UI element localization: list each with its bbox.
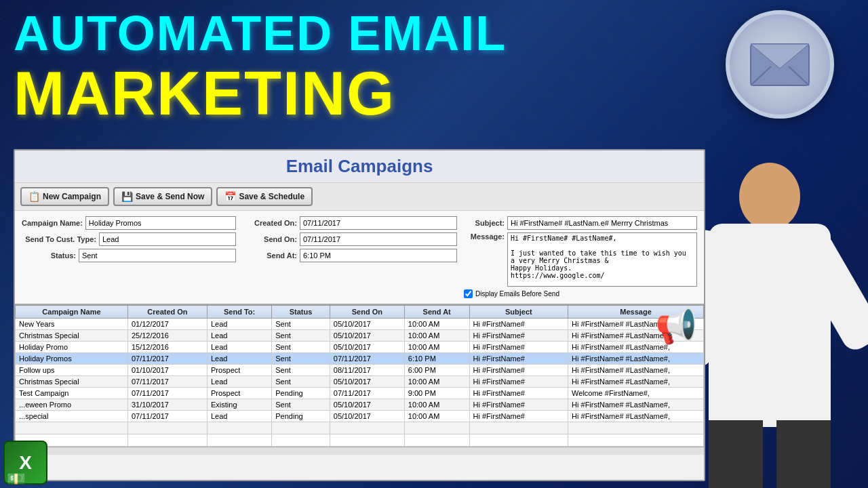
table-cell: 05/10/2017 — [330, 376, 404, 388]
display-emails-row: Display Emails Before Send — [464, 289, 697, 298]
message-textarea[interactable] — [507, 232, 697, 287]
send-on-row: Send On: — [243, 232, 457, 246]
table-cell: Hi #FirstName# #LastName#, — [568, 353, 704, 365]
campaigns-table: Campaign Name Created On Send To: Status… — [15, 305, 704, 447]
spreadsheet-container: Email Campaigns 📢 📋 New Campaign 💾 Save … — [14, 149, 705, 481]
table-cell: Hi #FirstName# — [469, 319, 568, 330]
table-row[interactable]: ...eween Promo31/10/2017ExistingSent05/1… — [16, 399, 704, 411]
col-send-on: Send On — [330, 306, 404, 319]
email-icon — [749, 43, 810, 87]
form-col1: Campaign Name: Send To Cust. Type: Statu… — [22, 216, 236, 262]
table-cell: New Years — [16, 319, 128, 330]
table-cell: Christmas Special — [16, 330, 128, 342]
table-cell: 05/10/2017 — [330, 399, 404, 411]
table-row[interactable]: Christmas Special25/12/2016LeadSent05/10… — [16, 330, 704, 342]
table-cell: Hi #FirstName# — [469, 342, 568, 353]
toolbar: 📋 New Campaign 💾 Save & Send Now 📅 Save … — [15, 183, 704, 211]
table-cell: Hi #FirstName# #LastName#, — [568, 376, 704, 388]
table-cell: 31/10/2017 — [127, 399, 207, 411]
send-at-label: Send At: — [243, 251, 297, 260]
table-row[interactable]: ...special07/11/2017LeadPending05/10/201… — [16, 411, 704, 422]
campaign-name-row: Campaign Name: — [22, 216, 236, 230]
created-on-input[interactable] — [300, 216, 457, 230]
horizontal-scrollbar[interactable] — [15, 447, 704, 455]
table-cell: 05/10/2017 — [330, 319, 404, 330]
person-area — [682, 142, 858, 488]
campaigns-table-container[interactable]: Campaign Name Created On Send To: Status… — [15, 305, 704, 447]
display-emails-checkbox[interactable] — [464, 289, 473, 298]
table-cell: Lead — [207, 376, 271, 388]
table-cell: Hi #FirstName# — [469, 353, 568, 365]
col-campaign-name: Campaign Name — [16, 306, 128, 319]
table-cell: 10:00 AM — [404, 376, 469, 388]
save-schedule-icon: 📅 — [224, 191, 236, 202]
table-row[interactable]: Holiday Promos07/11/2017LeadSent07/11/20… — [16, 353, 704, 365]
col-status: Status — [272, 306, 330, 319]
table-cell: Lead — [207, 411, 271, 422]
table-cell: 6:00 PM — [404, 365, 469, 376]
table-cell: Christmas Special — [16, 376, 128, 388]
table-row[interactable]: New Years01/12/2017LeadSent05/10/201710:… — [16, 319, 704, 330]
table-cell: ...special — [16, 411, 128, 422]
status-input[interactable] — [79, 249, 236, 262]
table-row[interactable]: Holiday Promo15/12/2016LeadSent05/10/201… — [16, 342, 704, 353]
table-row[interactable]: Follow ups01/10/2017ProspectSent08/11/20… — [16, 365, 704, 376]
subject-row: Subject: — [464, 216, 697, 230]
table-cell: Hi #FirstName# — [469, 388, 568, 399]
header-text: AUTOMATED EMAIL MARKETING — [14, 7, 507, 127]
new-campaign-button[interactable]: 📋 New Campaign — [20, 187, 109, 206]
table-cell: Hi #FirstName# #LastName#, — [568, 365, 704, 376]
table-cell: 10:00 AM — [404, 342, 469, 353]
table-cell: Lead — [207, 330, 271, 342]
send-on-input[interactable] — [300, 232, 457, 246]
send-to-input[interactable] — [99, 232, 236, 246]
table-cell: 07/11/2017 — [127, 376, 207, 388]
table-row-empty — [16, 434, 704, 447]
excel-icon-area: X 💵 — [3, 441, 47, 485]
col-send-to: Send To: — [207, 306, 271, 319]
header-line1: AUTOMATED EMAIL — [14, 7, 507, 60]
status-row: Status: — [22, 249, 236, 262]
table-row-empty — [16, 422, 704, 434]
created-on-row: Created On: — [243, 216, 457, 230]
table-cell: Lead — [207, 319, 271, 330]
table-cell: ...eween Promo — [16, 399, 128, 411]
table-cell: 05/10/2017 — [330, 411, 404, 422]
table-cell: Hi #FirstName# — [469, 411, 568, 422]
table-cell: Holiday Promo — [16, 342, 128, 353]
save-send-now-button[interactable]: 💾 Save & Send Now — [113, 187, 212, 206]
table-cell: 05/10/2017 — [330, 330, 404, 342]
campaign-form: Campaign Name: Send To Cust. Type: Statu… — [15, 211, 704, 305]
spreadsheet-title: Email Campaigns — [15, 150, 704, 183]
table-cell: Sent — [272, 330, 330, 342]
table-cell: 10:00 AM — [404, 399, 469, 411]
table-cell: 07/11/2017 — [127, 411, 207, 422]
table-cell: Prospect — [207, 388, 271, 399]
table-cell: Sent — [272, 342, 330, 353]
money-icon: 💵 — [7, 470, 25, 488]
send-at-input[interactable] — [300, 249, 457, 262]
table-cell: Lead — [207, 353, 271, 365]
table-row[interactable]: Test Campaign07/11/2017ProspectPending07… — [16, 388, 704, 399]
table-cell: 07/11/2017 — [330, 353, 404, 365]
form-col2: Created On: Send On: Send At: — [243, 216, 457, 262]
table-cell: 07/11/2017 — [127, 388, 207, 399]
table-cell: 07/11/2017 — [127, 353, 207, 365]
table-cell: 10:00 AM — [404, 330, 469, 342]
table-cell: Follow ups — [16, 365, 128, 376]
campaign-name-input[interactable] — [85, 216, 236, 230]
subject-input[interactable] — [507, 216, 697, 230]
save-schedule-button[interactable]: 📅 Save & Schedule — [216, 187, 313, 206]
table-cell: Sent — [272, 399, 330, 411]
header-line2: MARKETING — [14, 60, 507, 127]
status-label: Status: — [22, 251, 76, 260]
table-header-row: Campaign Name Created On Send To: Status… — [16, 306, 704, 319]
table-cell: Sent — [272, 353, 330, 365]
created-on-label: Created On: — [243, 219, 297, 227]
table-row[interactable]: Christmas Special07/11/2017LeadSent05/10… — [16, 376, 704, 388]
table-body: New Years01/12/2017LeadSent05/10/201710:… — [16, 319, 704, 447]
table-cell: 9:00 PM — [404, 388, 469, 399]
send-to-label: Send To Cust. Type: — [22, 235, 96, 243]
table-cell: 05/10/2017 — [330, 342, 404, 353]
send-at-row: Send At: — [243, 249, 457, 262]
